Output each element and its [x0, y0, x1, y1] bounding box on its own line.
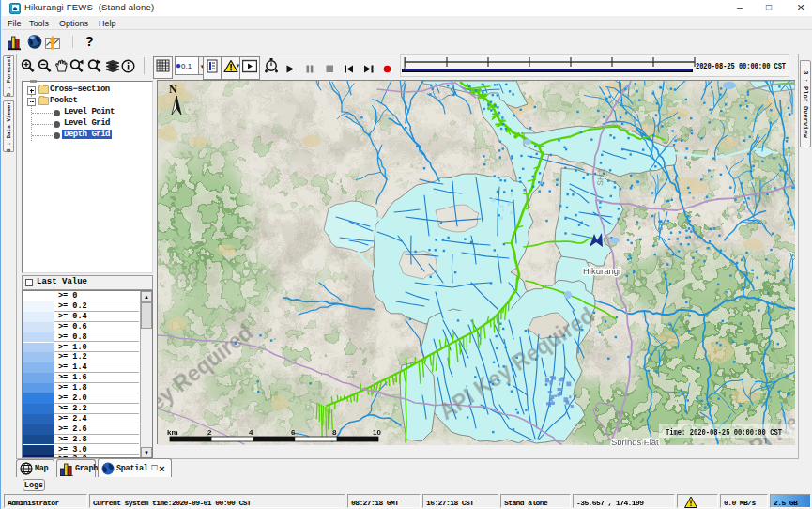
- svg-text:Time: 2020-08-25 00:00:00 CST: Time: 2020-08-25 00:00:00 CST: [666, 427, 782, 438]
- svg-text:4: 4: [249, 428, 253, 437]
- svg-text:km: km: [167, 428, 178, 437]
- svg-text:2: 2: [207, 428, 212, 437]
- svg-text:10: 10: [373, 428, 381, 437]
- svg-text:2020-08-25 00:00:00 CST: 2020-08-25 00:00:00 CST: [696, 61, 786, 71]
- svg-text:N: N: [169, 83, 177, 96]
- svg-text:6: 6: [291, 428, 296, 437]
- svg-text:SH 1: SH 1: [595, 167, 606, 186]
- svg-text:8: 8: [332, 428, 337, 437]
- svg-text:Springs Flat: Springs Flat: [611, 437, 659, 445]
- svg-text:Hikurangi: Hikurangi: [583, 266, 620, 276]
